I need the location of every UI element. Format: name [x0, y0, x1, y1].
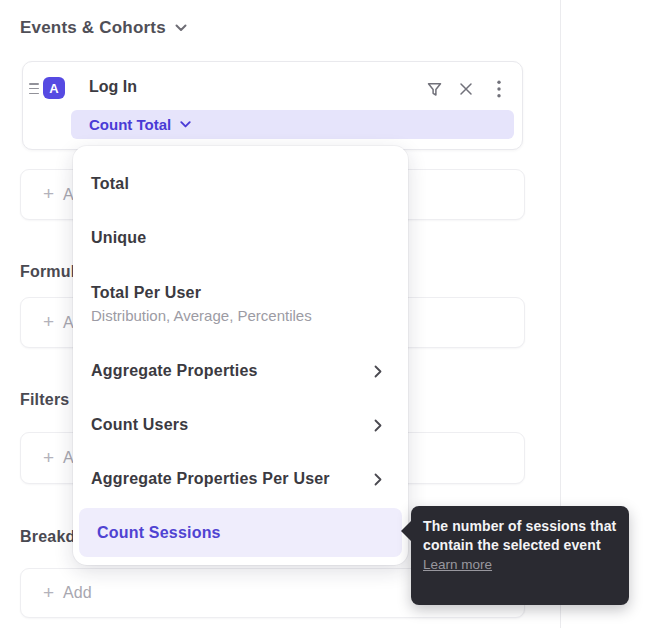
metric-dropdown[interactable]: Count Total	[71, 110, 514, 139]
filter-icon[interactable]	[424, 78, 444, 100]
chevron-right-icon	[374, 419, 382, 432]
tooltip: The number of sessions that contain the …	[411, 506, 629, 605]
event-card: A Log In Count Total	[22, 61, 523, 150]
learn-more-link[interactable]: Learn more	[423, 557, 492, 572]
plus-icon: +	[43, 583, 54, 602]
section-label-filters: Filters	[20, 391, 69, 409]
menu-item-label: Total Per User	[91, 284, 201, 302]
event-name[interactable]: Log In	[89, 78, 137, 96]
menu-item-label: Count Sessions	[97, 524, 221, 542]
tooltip-text: The number of sessions that contain the …	[423, 517, 617, 555]
panel-title: Events & Cohorts	[20, 18, 166, 38]
menu-item-aggregate-properties-per-user[interactable]: Aggregate Properties Per User	[73, 452, 408, 506]
menu-item-label: Aggregate Properties	[91, 362, 258, 380]
metric-dropdown-label: Count Total	[89, 116, 171, 133]
kebab-menu-icon[interactable]	[489, 78, 509, 100]
menu-item-description: Distribution, Average, Percentiles	[91, 307, 312, 324]
add-label: Add	[63, 584, 91, 602]
chevron-down-icon	[180, 121, 191, 128]
menu-item-aggregate-properties[interactable]: Aggregate Properties	[73, 344, 408, 398]
drag-handle-icon[interactable]	[29, 83, 39, 94]
plus-icon: +	[43, 448, 54, 467]
plus-icon: +	[43, 312, 54, 331]
menu-item-total-per-user[interactable]: Total Per User Distribution, Average, Pe…	[73, 265, 408, 343]
query-builder-panel: Events & Cohorts + Add Formulas + Add Fi…	[0, 0, 658, 628]
menu-item-total[interactable]: Total	[73, 157, 408, 211]
metric-menu: Total Unique Total Per User Distribution…	[73, 146, 408, 565]
tooltip-arrow	[401, 521, 411, 541]
menu-item-label: Aggregate Properties Per User	[91, 470, 330, 488]
menu-item-label: Count Users	[91, 416, 188, 434]
menu-item-count-sessions[interactable]: Count Sessions	[79, 508, 402, 557]
plus-icon: +	[43, 184, 54, 203]
menu-item-label: Total	[91, 175, 129, 193]
event-badge: A	[43, 77, 65, 99]
close-icon[interactable]	[456, 78, 476, 100]
menu-item-label: Unique	[91, 229, 146, 247]
panel-header: Events & Cohorts	[20, 18, 187, 38]
menu-item-count-users[interactable]: Count Users	[73, 398, 408, 452]
menu-item-unique[interactable]: Unique	[73, 211, 408, 265]
chevron-down-icon[interactable]	[175, 24, 187, 32]
chevron-right-icon	[374, 365, 382, 378]
chevron-right-icon	[374, 473, 382, 486]
